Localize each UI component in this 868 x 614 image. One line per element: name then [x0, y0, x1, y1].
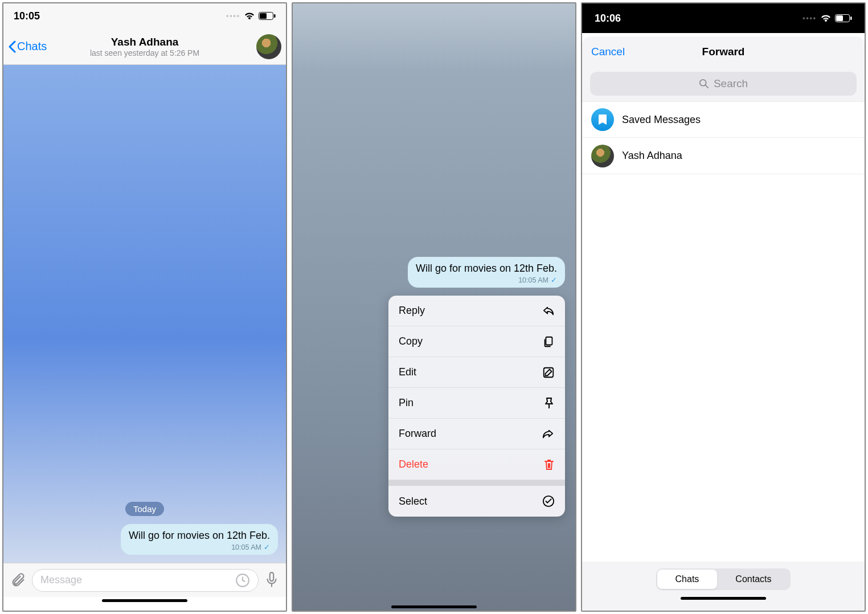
message-sent-check-icon: ✓	[551, 276, 557, 284]
selected-message[interactable]: Will go for movies on 12th Feb. 10:05 AM…	[408, 257, 565, 288]
cancel-button[interactable]: Cancel	[591, 46, 625, 58]
chat-header: Chats Yash Adhana last seen yesterday at…	[3, 28, 286, 65]
select-check-icon	[542, 495, 555, 507]
svg-rect-10	[850, 17, 852, 20]
screen-chat: 10:05 •••• Chats Yash Adhana last seen y…	[2, 2, 287, 612]
battery-icon	[259, 12, 276, 20]
search-icon	[699, 79, 709, 89]
context-menu: Reply Copy Edit Pin Forward Delete	[388, 296, 565, 517]
svg-point-11	[700, 80, 706, 86]
sticker-icon[interactable]	[235, 573, 250, 588]
contact-avatar	[591, 145, 614, 167]
segment-wrap: Chats Contacts	[582, 562, 865, 595]
status-dots-icon: ••••	[803, 14, 817, 22]
forward-sheet: Cancel Forward Search Saved Messages Yas…	[582, 36, 865, 611]
chat-title-block[interactable]: Yash Adhana last seen yesterday at 5:26 …	[90, 36, 199, 58]
row-saved-messages[interactable]: Saved Messages	[582, 101, 865, 138]
menu-reply-label: Reply	[399, 305, 425, 317]
copy-icon	[542, 335, 555, 348]
forward-icon	[541, 428, 555, 440]
menu-separator	[388, 480, 565, 486]
attach-icon[interactable]	[10, 572, 26, 588]
menu-edit[interactable]: Edit	[388, 357, 565, 388]
svg-rect-5	[546, 337, 552, 345]
message-input[interactable]: Message	[32, 569, 259, 592]
home-indicator[interactable]	[391, 605, 477, 608]
svg-rect-9	[836, 15, 843, 21]
message-sent-check-icon: ✓	[264, 543, 270, 551]
wifi-icon	[820, 14, 832, 23]
status-bar: 10:05 ••••	[3, 3, 286, 28]
message-input-bar: Message	[3, 563, 286, 597]
wifi-icon	[244, 11, 255, 21]
menu-delete-label: Delete	[399, 459, 428, 470]
menu-edit-label: Edit	[399, 366, 416, 378]
pin-icon	[543, 397, 555, 410]
menu-copy-label: Copy	[399, 335, 423, 347]
reply-icon	[542, 305, 555, 317]
menu-reply[interactable]: Reply	[388, 296, 565, 326]
battery-icon	[835, 14, 852, 22]
trash-icon	[543, 459, 555, 471]
message-text: Will go for movies on 12th Feb.	[129, 530, 270, 542]
menu-pin[interactable]: Pin	[388, 388, 565, 419]
screen-context-menu: Will go for movies on 12th Feb. 10:05 AM…	[292, 2, 576, 612]
status-right: ••••	[803, 14, 852, 23]
segment-control: Chats Contacts	[656, 568, 791, 590]
back-button[interactable]: Chats	[8, 40, 47, 53]
screen-forward: 10:06 •••• Cancel Forward Search Saved M…	[581, 2, 866, 612]
chat-body[interactable]: Today Will go for movies on 12th Feb. 10…	[3, 65, 286, 563]
row-contact[interactable]: Yash Adhana	[582, 138, 865, 174]
contact-avatar[interactable]	[256, 34, 281, 59]
message-placeholder: Message	[40, 574, 82, 586]
message-time: 10:05 AM	[231, 543, 261, 551]
date-separator: Today	[125, 502, 164, 516]
search-placeholder: Search	[714, 77, 748, 90]
status-time: 10:05	[14, 10, 40, 22]
menu-select[interactable]: Select	[388, 486, 565, 517]
menu-forward[interactable]: Forward	[388, 419, 565, 449]
forward-target-list: Saved Messages Yash Adhana	[582, 101, 865, 562]
home-indicator[interactable]	[582, 595, 865, 611]
search-wrap: Search	[582, 67, 865, 101]
svg-rect-2	[274, 14, 276, 18]
svg-rect-1	[260, 13, 267, 19]
edit-icon	[542, 366, 555, 379]
sheet-title: Forward	[702, 46, 745, 58]
message-text: Will go for movies on 12th Feb.	[416, 263, 557, 275]
outgoing-message[interactable]: Will go for movies on 12th Feb. 10:05 AM…	[121, 524, 278, 555]
back-label: Chats	[17, 40, 47, 53]
chevron-left-icon	[8, 40, 16, 53]
message-time: 10:05 AM	[518, 276, 548, 284]
last-seen-status: last seen yesterday at 5:26 PM	[90, 48, 199, 58]
menu-pin-label: Pin	[399, 397, 413, 409]
menu-select-label: Select	[399, 496, 427, 507]
segment-chats[interactable]: Chats	[657, 570, 718, 589]
home-indicator[interactable]	[3, 597, 286, 611]
menu-delete[interactable]: Delete	[388, 449, 565, 480]
status-bar: 10:06 ••••	[582, 3, 865, 33]
blurred-background	[293, 3, 575, 72]
contact-name: Yash Adhana	[90, 36, 199, 48]
status-time: 10:06	[595, 13, 621, 24]
menu-forward-label: Forward	[399, 428, 436, 440]
menu-copy[interactable]: Copy	[388, 326, 565, 357]
microphone-icon[interactable]	[264, 572, 279, 589]
status-right: ••••	[226, 11, 276, 21]
segment-contacts[interactable]: Contacts	[717, 570, 789, 589]
row-label: Saved Messages	[622, 114, 701, 126]
sheet-header: Cancel Forward	[582, 36, 865, 67]
svg-rect-4	[270, 572, 273, 581]
search-input[interactable]: Search	[590, 72, 857, 96]
row-label: Yash Adhana	[622, 150, 682, 162]
status-dots-icon: ••••	[226, 12, 240, 20]
bookmark-icon	[591, 108, 614, 131]
